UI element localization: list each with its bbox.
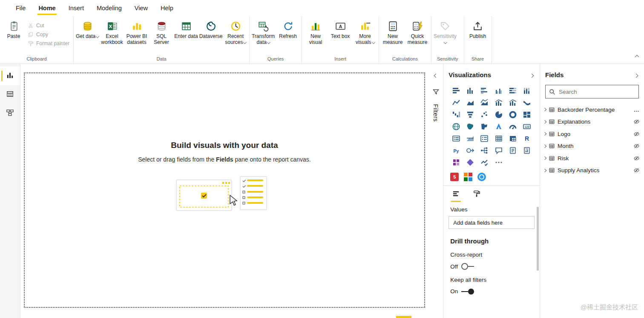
menu-item-modeling[interactable]: Modeling [90,1,128,15]
line-and-stacked-column-chart-icon[interactable] [494,98,504,108]
fields-search-input[interactable] [558,88,635,95]
decomposition-tree-icon[interactable] [479,145,489,156]
ribbon-button-get-data[interactable]: Get data [75,18,100,41]
more-options-icon[interactable] [494,157,504,168]
report-canvas[interactable]: Build visuals with your data Select or d… [24,72,425,308]
field-item-explanations[interactable]: Explanations [540,116,644,128]
ribbon-button-dataverse[interactable]: Dataverse [198,18,223,41]
chevron-right-icon[interactable] [543,145,546,148]
power-apps-icon[interactable] [451,157,461,168]
menu-item-view[interactable]: View [128,1,154,15]
rail-item-data-view[interactable] [0,85,20,104]
field-item-month[interactable]: Month [540,140,644,153]
ribbon-button-paste[interactable]: Paste [1,18,26,41]
keep-all-filters-toggle[interactable] [461,289,474,295]
ribbon-button-transform-data[interactable]: Transform data [251,18,276,47]
menu-item-help[interactable]: Help [154,1,180,15]
visualizations-scrollbar[interactable] [537,207,539,271]
line-and-clustered-column-chart-icon[interactable] [508,98,518,108]
hundred-percent-stacked-bar-chart-icon[interactable] [508,86,518,96]
chevron-right-icon[interactable] [543,169,546,172]
table-icon[interactable] [494,133,504,144]
ribbon-chart-icon[interactable] [522,98,532,108]
cross-report-toggle[interactable] [461,263,474,270]
shape-map-icon[interactable] [479,121,489,132]
ribbon-collapse-button[interactable] [634,52,640,61]
expand-filters-button[interactable] [433,71,439,80]
menu-item-home[interactable]: Home [32,1,62,15]
ribbon-button-more-visuals[interactable]: More visuals [353,18,377,47]
kpi-icon[interactable] [465,133,475,144]
ribbon-button-sensitivity[interactable]: Sensitivity [433,18,457,47]
key-influencers-icon[interactable] [465,145,475,156]
paginated-report-icon[interactable] [522,145,532,156]
report-canvas-area[interactable]: Build visuals with your data Select or d… [20,64,428,318]
python-visual-icon[interactable]: Py [451,145,461,156]
funnel-chart-icon[interactable] [465,110,475,120]
collapse-visualizations-button[interactable] [529,70,535,80]
smart-narrative-icon[interactable] [508,145,518,156]
values-field-well[interactable]: Add data fields here [448,216,535,229]
build-visual-tab[interactable] [452,190,460,202]
hidden-eye-slash-icon[interactable] [633,155,640,162]
azure-map-icon[interactable] [494,121,504,132]
ribbon-button-publish[interactable]: Publish [466,18,490,41]
ribbon-button-copy[interactable]: Copy [28,32,69,38]
r-script-visual-icon[interactable]: R [522,133,532,144]
pie-chart-icon[interactable] [494,110,504,120]
ribbon-button-recent-sources[interactable]: Recent sources [223,18,248,47]
power-automate-icon[interactable] [465,157,475,168]
q-and-a-icon[interactable] [494,145,504,156]
ribbon-button-format-painter[interactable]: Format painter [28,40,69,46]
ribbon-button-enter-data[interactable]: Enter data [174,18,198,41]
field-item-logo[interactable]: Logo [540,128,644,140]
donut-chart-icon[interactable] [508,110,518,120]
ribbon-button-quick-measure[interactable]: Quick measure [405,18,430,47]
treemap-icon[interactable] [522,110,532,120]
slicer-icon[interactable] [479,133,489,144]
ribbon-button-power-bi-datasets[interactable]: Power BI datasets [124,18,149,47]
ribbon-button-refresh[interactable]: Refresh [276,18,300,41]
hidden-eye-slash-icon[interactable] [633,131,640,137]
menu-item-file[interactable]: File [9,1,32,15]
field-item-backorder-percentage[interactable]: Backorder Percentage … [540,104,644,116]
clustered-column-chart-icon[interactable] [494,86,504,96]
stacked-area-chart-icon[interactable] [479,98,489,108]
ribbon-button-new-measure[interactable]: New measure [380,18,405,47]
hundred-percent-stacked-column-chart-icon[interactable] [522,86,532,96]
ribbon-button-text-box[interactable]: AText box [328,18,353,41]
clustered-bar-chart-icon[interactable] [479,86,489,96]
collapse-fields-button[interactable] [633,70,639,80]
stacked-column-chart-icon[interactable] [465,86,475,96]
ribbon-button-excel-workbook[interactable]: XExcel workbook [100,18,124,47]
ribbon-button-cut[interactable]: Cut [28,23,69,29]
custom-visual-3-icon[interactable] [477,173,486,181]
waterfall-chart-icon[interactable] [451,110,461,120]
multi-row-card-icon[interactable] [451,133,461,144]
rail-item-model-view[interactable] [0,104,20,123]
stacked-bar-chart-icon[interactable] [451,86,461,96]
hidden-eye-slash-icon[interactable] [633,167,640,173]
custom-visual-2-icon[interactable] [464,173,472,181]
hidden-eye-slash-icon[interactable] [633,143,640,149]
field-item-supply-analytics[interactable]: Supply Analytics [540,165,644,177]
filled-map-icon[interactable] [465,121,475,132]
line-chart-icon[interactable] [451,98,461,108]
more-options-icon[interactable]: … [634,107,640,113]
format-tab[interactable] [473,190,481,202]
area-chart-icon[interactable] [465,98,475,108]
menu-item-insert[interactable]: Insert [62,1,90,15]
custom-visual-1-icon[interactable]: 5 [450,173,459,181]
chevron-right-icon[interactable] [543,108,546,111]
rail-item-report-view[interactable] [0,66,20,85]
gauge-icon[interactable] [508,121,518,132]
hidden-eye-slash-icon[interactable] [633,119,640,125]
chevron-right-icon[interactable] [543,120,546,124]
scatter-chart-icon[interactable] [479,110,489,120]
page-tab-indicator[interactable] [396,316,411,318]
ribbon-button-sql-server[interactable]: SQL Server [149,18,174,47]
chevron-right-icon[interactable] [543,156,546,160]
chevron-right-icon[interactable] [543,132,546,136]
map-icon[interactable] [451,121,461,132]
card-icon[interactable]: 123 [522,121,532,132]
